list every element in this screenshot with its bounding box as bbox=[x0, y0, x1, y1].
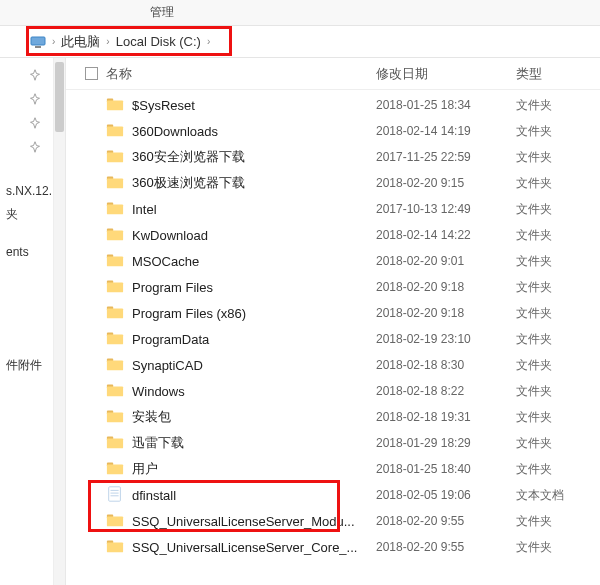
column-header-type[interactable]: 类型 bbox=[516, 65, 600, 83]
table-row[interactable]: 360Downloads2018-02-14 14:19文件夹 bbox=[66, 118, 600, 144]
file-type: 文件夹 bbox=[516, 149, 600, 166]
file-type: 文件夹 bbox=[516, 409, 600, 426]
table-row[interactable]: Program Files2018-02-20 9:18文件夹 bbox=[66, 274, 600, 300]
pin-icon bbox=[29, 141, 43, 155]
file-type: 文件夹 bbox=[516, 513, 600, 530]
address-bar[interactable]: › 此电脑 › Local Disk (C:) › bbox=[0, 26, 600, 58]
file-date: 2018-02-20 9:01 bbox=[376, 254, 516, 268]
folder-icon bbox=[106, 355, 126, 375]
pin-icon bbox=[29, 117, 43, 131]
file-name: MSOCache bbox=[132, 254, 376, 269]
file-type: 文本文档 bbox=[516, 487, 600, 504]
pin-icon bbox=[29, 93, 43, 107]
file-list: 名称 修改日期 类型 $SysReset2018-01-25 18:34文件夹3… bbox=[66, 58, 600, 585]
table-row[interactable]: SSQ_UniversalLicenseServer_Core_...2018-… bbox=[66, 534, 600, 560]
folder-icon bbox=[106, 147, 126, 167]
ribbon-tabs: 管理 bbox=[0, 0, 600, 26]
file-name: 用户 bbox=[132, 460, 376, 478]
table-row[interactable]: 360安全浏览器下载2017-11-25 22:59文件夹 bbox=[66, 144, 600, 170]
file-name: Intel bbox=[132, 202, 376, 217]
file-type: 文件夹 bbox=[516, 461, 600, 478]
table-row[interactable]: 安装包2018-02-18 19:31文件夹 bbox=[66, 404, 600, 430]
file-date: 2018-01-25 18:34 bbox=[376, 98, 516, 112]
file-type: 文件夹 bbox=[516, 123, 600, 140]
table-row[interactable]: dfinstall2018-02-05 19:06文本文档 bbox=[66, 482, 600, 508]
chevron-right-icon[interactable]: › bbox=[50, 36, 57, 47]
this-pc-icon bbox=[30, 34, 46, 50]
file-type: 文件夹 bbox=[516, 175, 600, 192]
folder-icon bbox=[106, 459, 126, 479]
file-name: 安装包 bbox=[132, 408, 376, 426]
table-row[interactable]: Program Files (x86)2018-02-20 9:18文件夹 bbox=[66, 300, 600, 326]
file-name: Program Files (x86) bbox=[132, 306, 376, 321]
file-date: 2017-10-13 12:49 bbox=[376, 202, 516, 216]
file-type: 文件夹 bbox=[516, 97, 600, 114]
file-date: 2018-02-20 9:15 bbox=[376, 176, 516, 190]
table-row[interactable]: SSQ_UniversalLicenseServer_Modu...2018-0… bbox=[66, 508, 600, 534]
folder-icon bbox=[106, 251, 126, 271]
chevron-right-icon[interactable]: › bbox=[104, 36, 111, 47]
folder-icon bbox=[106, 173, 126, 193]
breadcrumb-disk[interactable]: Local Disk (C:) bbox=[116, 34, 201, 49]
file-type: 文件夹 bbox=[516, 331, 600, 348]
breadcrumb[interactable]: › 此电脑 › Local Disk (C:) › bbox=[30, 33, 212, 51]
sidebar-scrollbar[interactable] bbox=[53, 58, 65, 585]
file-name: SSQ_UniversalLicenseServer_Modu... bbox=[132, 514, 376, 529]
table-row[interactable]: $SysReset2018-01-25 18:34文件夹 bbox=[66, 92, 600, 118]
file-type: 文件夹 bbox=[516, 201, 600, 218]
file-name: Windows bbox=[132, 384, 376, 399]
file-date: 2018-01-25 18:40 bbox=[376, 462, 516, 476]
file-name: dfinstall bbox=[132, 488, 376, 503]
folder-icon bbox=[106, 433, 126, 453]
table-row[interactable]: KwDownload2018-02-14 14:22文件夹 bbox=[66, 222, 600, 248]
file-name: 360极速浏览器下载 bbox=[132, 174, 376, 192]
column-header-date[interactable]: 修改日期 bbox=[376, 65, 516, 83]
folder-icon bbox=[106, 225, 126, 245]
folder-icon bbox=[106, 407, 126, 427]
table-row[interactable]: MSOCache2018-02-20 9:01文件夹 bbox=[66, 248, 600, 274]
file-date: 2018-02-14 14:19 bbox=[376, 124, 516, 138]
table-row[interactable]: 360极速浏览器下载2018-02-20 9:15文件夹 bbox=[66, 170, 600, 196]
table-row[interactable]: Windows2018-02-18 8:22文件夹 bbox=[66, 378, 600, 404]
file-date: 2017-11-25 22:59 bbox=[376, 150, 516, 164]
chevron-right-icon[interactable]: › bbox=[205, 36, 212, 47]
file-name: 360安全浏览器下载 bbox=[132, 148, 376, 166]
table-row[interactable]: 迅雷下载2018-01-29 18:29文件夹 bbox=[66, 430, 600, 456]
folder-icon bbox=[106, 381, 126, 401]
folder-icon bbox=[106, 95, 126, 115]
folder-icon bbox=[106, 537, 126, 557]
folder-icon bbox=[106, 277, 126, 297]
text-file-icon bbox=[106, 485, 126, 505]
file-date: 2018-02-18 19:31 bbox=[376, 410, 516, 424]
breadcrumb-this-pc[interactable]: 此电脑 bbox=[61, 33, 100, 51]
file-name: Program Files bbox=[132, 280, 376, 295]
table-row[interactable]: SynaptiCAD2018-02-18 8:30文件夹 bbox=[66, 352, 600, 378]
file-type: 文件夹 bbox=[516, 435, 600, 452]
table-row[interactable]: ProgramData2018-02-19 23:10文件夹 bbox=[66, 326, 600, 352]
file-type: 文件夹 bbox=[516, 279, 600, 296]
table-row[interactable]: Intel2017-10-13 12:49文件夹 bbox=[66, 196, 600, 222]
svg-rect-0 bbox=[31, 37, 45, 45]
file-name: $SysReset bbox=[132, 98, 376, 113]
file-date: 2018-01-29 18:29 bbox=[376, 436, 516, 450]
column-header-name[interactable]: 名称 bbox=[106, 65, 376, 83]
file-name: 迅雷下载 bbox=[132, 434, 376, 452]
file-name: KwDownload bbox=[132, 228, 376, 243]
file-type: 文件夹 bbox=[516, 539, 600, 556]
select-all-checkbox[interactable] bbox=[76, 67, 106, 80]
column-headers: 名称 修改日期 类型 bbox=[66, 58, 600, 90]
file-name: ProgramData bbox=[132, 332, 376, 347]
file-date: 2018-02-18 8:30 bbox=[376, 358, 516, 372]
ribbon-tab-manage[interactable]: 管理 bbox=[150, 4, 174, 21]
navigation-pane[interactable]: s.NX.12. 夹 ents 件附件 bbox=[0, 58, 66, 585]
file-date: 2018-02-19 23:10 bbox=[376, 332, 516, 346]
file-date: 2018-02-20 9:55 bbox=[376, 514, 516, 528]
file-name: 360Downloads bbox=[132, 124, 376, 139]
svg-rect-1 bbox=[35, 46, 41, 48]
pin-icon bbox=[29, 69, 43, 83]
file-date: 2018-02-05 19:06 bbox=[376, 488, 516, 502]
file-date: 2018-02-20 9:18 bbox=[376, 306, 516, 320]
file-type: 文件夹 bbox=[516, 383, 600, 400]
scrollbar-thumb[interactable] bbox=[55, 62, 64, 132]
table-row[interactable]: 用户2018-01-25 18:40文件夹 bbox=[66, 456, 600, 482]
